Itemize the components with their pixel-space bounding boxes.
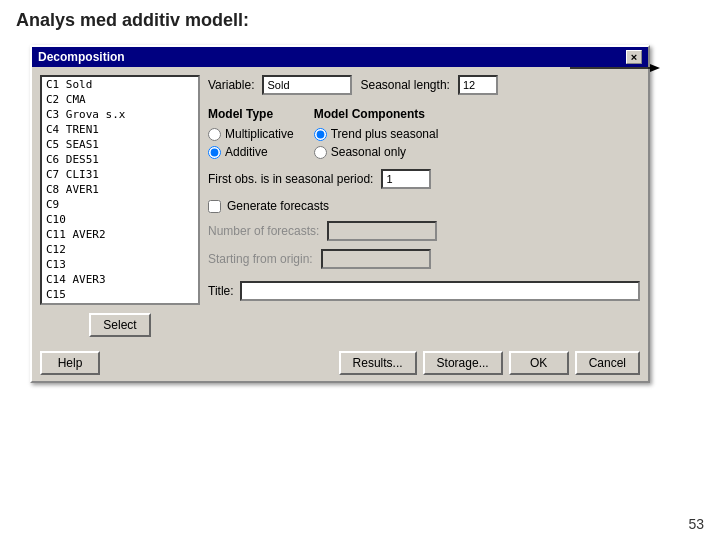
list-item[interactable]: C5 SEAS1 bbox=[42, 137, 198, 152]
title-label: Title: bbox=[208, 284, 234, 298]
dialog-titlebar: Decomposition × bbox=[32, 47, 648, 67]
trend-seasonal-label: Trend plus seasonal bbox=[331, 127, 439, 141]
list-item[interactable]: C1 Sold bbox=[42, 77, 198, 92]
ok-button[interactable]: OK bbox=[509, 351, 569, 375]
variable-row: Variable: Seasonal length: bbox=[208, 75, 640, 95]
additive-radio[interactable] bbox=[208, 146, 221, 159]
multiplicative-radio-label[interactable]: Multiplicative bbox=[208, 127, 294, 141]
model-type-section: Model Type Multiplicative Additive bbox=[208, 103, 294, 159]
select-button[interactable]: Select bbox=[89, 313, 150, 337]
number-forecasts-label: Number of forecasts: bbox=[208, 224, 319, 238]
model-section: Model Type Multiplicative Additive bbox=[208, 103, 640, 159]
variable-list-panel: C1 SoldC2 CMAC3 Grova s.xC4 TREN1C5 SEAS… bbox=[40, 75, 200, 337]
list-item[interactable]: C3 Grova s.x bbox=[42, 107, 198, 122]
cancel-button[interactable]: Cancel bbox=[575, 351, 640, 375]
results-button[interactable]: Results... bbox=[339, 351, 417, 375]
list-item[interactable]: C7 CLI31 bbox=[42, 167, 198, 182]
multiplicative-label: Multiplicative bbox=[225, 127, 294, 141]
number-forecasts-row: Number of forecasts: bbox=[208, 221, 640, 241]
starting-from-input bbox=[321, 249, 431, 269]
dialog-body: C1 SoldC2 CMAC3 Grova s.xC4 TREN1C5 SEAS… bbox=[32, 67, 648, 345]
storage-button[interactable]: Storage... bbox=[423, 351, 503, 375]
trend-seasonal-radio[interactable] bbox=[314, 128, 327, 141]
list-item[interactable]: C13 bbox=[42, 257, 198, 272]
title-row: Title: bbox=[208, 281, 640, 301]
trend-seasonal-radio-label[interactable]: Trend plus seasonal bbox=[314, 127, 439, 141]
bottom-buttons-row: Help Results... Storage... OK Cancel bbox=[32, 345, 648, 381]
generate-forecasts-row: Generate forecasts bbox=[208, 199, 640, 213]
seasonal-length-input[interactable] bbox=[458, 75, 498, 95]
first-obs-label: First obs. is in seasonal period: bbox=[208, 172, 373, 186]
generate-forecasts-checkbox[interactable] bbox=[208, 200, 221, 213]
help-button[interactable]: Help bbox=[40, 351, 100, 375]
page-number: 53 bbox=[688, 516, 704, 532]
model-type-label: Model Type bbox=[208, 107, 294, 121]
multiplicative-radio[interactable] bbox=[208, 128, 221, 141]
seasonal-only-radio[interactable] bbox=[314, 146, 327, 159]
svg-marker-1 bbox=[650, 64, 660, 72]
list-item[interactable]: C12 bbox=[42, 242, 198, 257]
generate-forecasts-label: Generate forecasts bbox=[227, 199, 329, 213]
right-panel: Variable: Seasonal length: Model Type Mu… bbox=[208, 75, 640, 337]
decomposition-dialog: Decomposition × C1 SoldC2 CMAC3 Grova s.… bbox=[30, 45, 650, 383]
seasonal-length-label: Seasonal length: bbox=[360, 78, 449, 92]
model-components-label: Model Components bbox=[314, 107, 439, 121]
additive-label: Additive bbox=[225, 145, 268, 159]
variable-label: Variable: bbox=[208, 78, 254, 92]
dialog-close-button[interactable]: × bbox=[626, 50, 642, 64]
list-item[interactable]: C4 TREN1 bbox=[42, 122, 198, 137]
list-item[interactable]: C6 DES51 bbox=[42, 152, 198, 167]
list-item[interactable]: C14 AVER3 bbox=[42, 272, 198, 287]
first-obs-row: First obs. is in seasonal period: bbox=[208, 169, 640, 189]
model-components-radio-group: Trend plus seasonal Seasonal only bbox=[314, 127, 439, 159]
seasonal-only-radio-label[interactable]: Seasonal only bbox=[314, 145, 439, 159]
variable-listbox[interactable]: C1 SoldC2 CMAC3 Grova s.xC4 TREN1C5 SEAS… bbox=[40, 75, 200, 305]
list-item[interactable]: C2 CMA bbox=[42, 92, 198, 107]
additive-radio-label[interactable]: Additive bbox=[208, 145, 294, 159]
title-input[interactable] bbox=[240, 281, 640, 301]
starting-from-label: Starting from origin: bbox=[208, 252, 313, 266]
list-item[interactable]: C15 bbox=[42, 287, 198, 302]
list-item[interactable]: C16 bbox=[42, 302, 198, 305]
page-title: Analys med additiv modell: bbox=[0, 0, 720, 37]
seasonal-only-label: Seasonal only bbox=[331, 145, 406, 159]
starting-from-row: Starting from origin: bbox=[208, 249, 640, 269]
list-item[interactable]: C8 AVER1 bbox=[42, 182, 198, 197]
model-components-section: Model Components Trend plus seasonal Sea… bbox=[314, 103, 439, 159]
dialog-title: Decomposition bbox=[38, 50, 125, 64]
list-item[interactable]: C11 AVER2 bbox=[42, 227, 198, 242]
number-forecasts-input bbox=[327, 221, 437, 241]
select-btn-area: Select bbox=[40, 313, 200, 337]
list-item[interactable]: C9 bbox=[42, 197, 198, 212]
list-item[interactable]: C10 bbox=[42, 212, 198, 227]
model-type-radio-group: Multiplicative Additive bbox=[208, 127, 294, 159]
variable-input[interactable] bbox=[262, 75, 352, 95]
first-obs-input[interactable] bbox=[381, 169, 431, 189]
